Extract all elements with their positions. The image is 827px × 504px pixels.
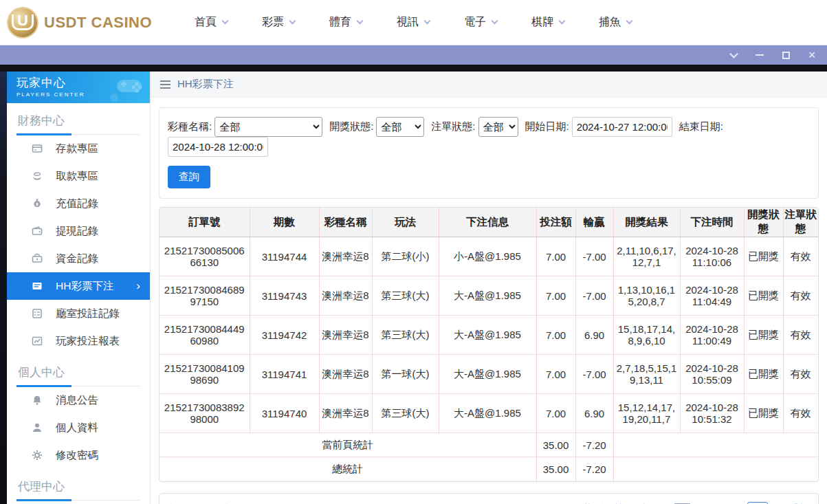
summary-label: 當前頁統計 — [159, 433, 536, 457]
nav-item-6[interactable]: 捕魚 — [599, 15, 632, 30]
page-jump-input[interactable] — [747, 502, 768, 504]
sidebar-item-消息公告[interactable]: 消息公告 — [16, 386, 140, 414]
col-header-lottery-name: 彩種名稱 — [319, 208, 372, 237]
draw-result-cell: 15,12,14,17,19,20,11,7 — [613, 394, 680, 433]
col-header-bet-info: 下注信息 — [439, 208, 536, 237]
win-loss-cell: -7.00 — [575, 237, 613, 276]
col-header-bet-time: 下注時間 — [680, 208, 744, 237]
col-header-order-status: 注單狀態 — [783, 208, 818, 237]
bet-info-cell: 大-A盤@1.985 — [439, 355, 536, 394]
nav-item-0[interactable]: 首頁 — [195, 15, 228, 30]
section-title: 個人中心 — [16, 355, 140, 386]
play-type-cell: 第三球(大) — [372, 394, 439, 433]
bet-info-cell: 大-A盤@1.985 — [439, 276, 536, 316]
sidebar-item-玩家投注報表[interactable]: 玩家投注報表 — [16, 327, 140, 355]
bet-amount-cell: 7.00 — [536, 276, 575, 316]
nav-item-5[interactable]: 棋牌 — [531, 15, 564, 30]
lottery-name-cell: 澳洲幸运8 — [319, 237, 372, 276]
sidebar-item-廳室投註記錄[interactable]: 廳室投註記錄 — [16, 300, 140, 327]
table-row: 215217300846899715031194743澳洲幸运8第三球(大)大-… — [159, 276, 818, 316]
draw-status-select[interactable]: 全部 — [376, 117, 424, 137]
nav-item-label: 首頁 — [195, 15, 217, 30]
menu-toggle-icon[interactable] — [160, 80, 170, 89]
nav-item-3[interactable]: 視訊 — [397, 15, 430, 30]
draw-result-cell: 1,13,10,16,15,20,8,7 — [613, 276, 680, 316]
sidebar-item-label: 充值記錄 — [56, 197, 98, 211]
period-cell: 31194740 — [250, 394, 319, 433]
main-nav: 首頁彩票體育視訊電子棋牌捕魚 — [195, 15, 632, 30]
nav-item-1[interactable]: 彩票 — [262, 15, 295, 30]
sidebar-item-存款專區[interactable]: 存款專區 — [16, 135, 140, 162]
order-no-cell: 2152173008410998690 — [159, 355, 250, 394]
order-status-cell: 有效 — [783, 394, 818, 433]
nav-item-2[interactable]: 體育 — [329, 15, 362, 30]
summary-winloss-total: -7.20 — [575, 457, 613, 481]
window-maximize-icon[interactable] — [780, 50, 791, 61]
window-title-bar: × — [0, 45, 827, 65]
nav-item-4[interactable]: 電子 — [464, 15, 497, 30]
chevron-down-icon — [222, 18, 229, 25]
sidebar-section-1: 個人中心消息公告個人資料修改密碼 — [7, 355, 150, 469]
search-button[interactable]: 查詢 — [168, 166, 210, 188]
room-bets-list-icon — [32, 308, 43, 320]
col-header-bet-amount: 投注額 — [536, 208, 575, 237]
nav-item-label: 體育 — [329, 15, 351, 30]
gear-icon — [32, 450, 43, 461]
end-date-input[interactable] — [168, 137, 268, 157]
bet-time-cell: 2024-10-28 11:00:49 — [680, 316, 744, 355]
order-status-cell: 有效 — [783, 237, 818, 276]
sidebar-item-充值記錄[interactable]: 充值記錄 — [16, 190, 140, 217]
start-date-input[interactable] — [572, 117, 672, 137]
chevron-down-icon — [357, 18, 364, 25]
nav-item-label: 電子 — [464, 15, 486, 30]
logo-letter: U — [12, 14, 34, 30]
main-content: HH彩票下注 彩種名稱: 全部 開獎狀態: 全部 — [151, 72, 827, 504]
sidebar-item-提現記錄[interactable]: 提現記錄 — [16, 217, 140, 245]
summary-bet-total: 35.00 — [536, 433, 575, 457]
lottery-name-label: 彩種名稱: — [168, 120, 212, 133]
order-no-cell: 2152173008389298000 — [159, 394, 250, 433]
bets-table-wrap: 訂單號期數彩種名稱玩法下注信息投注額輸贏開獎結果下注時間開獎狀態注單狀態 215… — [159, 207, 819, 482]
usdt-logo-icon: U — [7, 7, 38, 39]
period-cell: 31194744 — [250, 237, 319, 276]
window-minimize-icon[interactable] — [754, 50, 765, 61]
sidebar-item-HH彩票下注[interactable]: HH彩票下注› — [7, 272, 150, 300]
sidebar-item-label: 存款專區 — [56, 142, 98, 156]
sidebar-item-label: HH彩票下注 — [56, 279, 113, 294]
sidebar-item-label: 提現記錄 — [56, 224, 98, 239]
summary-label: 總統計 — [159, 457, 536, 481]
gamepad-icon — [107, 74, 146, 102]
bet-amount-cell: 7.00 — [536, 355, 575, 394]
window-collapse-icon[interactable] — [728, 50, 739, 61]
sidebar-item-資金記錄[interactable]: 資金記錄 — [16, 245, 140, 272]
col-header-draw-status: 開獎狀態 — [744, 208, 783, 237]
user-icon — [32, 422, 43, 434]
sidebar-item-個人資料[interactable]: 個人資料 — [16, 414, 140, 441]
nav-item-label: 視訊 — [397, 15, 419, 30]
order-status-select[interactable]: 全部 — [478, 117, 518, 137]
draw-result-cell: 15,18,17,14,8,9,6,10 — [613, 316, 680, 355]
summary-bet-total: 35.00 — [536, 457, 575, 481]
win-loss-cell: -7.00 — [575, 276, 613, 316]
draw-status-cell: 已開獎 — [744, 237, 783, 276]
usdt-casino-logo[interactable]: U USDT CASINO — [7, 7, 152, 39]
sidebar-item-取款專區[interactable]: 取款專區 — [16, 162, 140, 190]
nav-item-label: 彩票 — [262, 15, 284, 30]
order-status-cell: 有效 — [783, 276, 818, 316]
bet-amount-cell: 7.00 — [536, 316, 575, 355]
table-row: 215217300841099869031194741澳洲幸运8第一球(大)大-… — [159, 355, 818, 394]
play-type-cell: 第二球(小) — [372, 237, 439, 276]
purse-icon — [32, 253, 43, 265]
lottery-name-select[interactable]: 全部 — [214, 117, 322, 137]
win-loss-cell: 6.90 — [575, 394, 613, 433]
sidebar-item-修改密碼[interactable]: 修改密碼 — [16, 441, 140, 469]
window-close-icon[interactable]: × — [806, 50, 817, 61]
chevron-down-icon — [492, 18, 498, 25]
sidebar-item-label: 廳室投註記錄 — [56, 307, 120, 321]
bet-info-cell: 大-A盤@1.985 — [439, 316, 536, 355]
breadcrumb: HH彩票下注 — [151, 72, 827, 98]
section-title: 財務中心 — [16, 103, 140, 135]
order-no-cell: 2152173008468997150 — [159, 276, 250, 316]
period-cell: 31194742 — [250, 316, 319, 355]
withdraw-hand-icon — [32, 171, 43, 182]
